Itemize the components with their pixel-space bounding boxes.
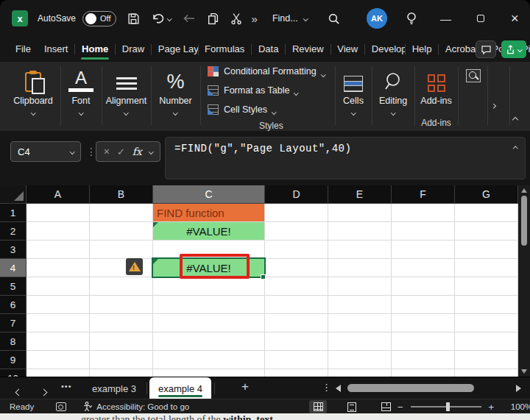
row-header-8[interactable]: 8 [0,332,26,351]
conditional-formatting-button[interactable]: Conditional Formatting [208,65,325,78]
tab-draw[interactable]: Draw [116,37,151,62]
macro-record-icon[interactable] [56,402,66,411]
tab-file[interactable]: File [9,37,38,62]
minimize-button[interactable]: — [440,0,451,37]
zoom-slider-thumb[interactable] [446,402,450,411]
cell-G8[interactable] [455,332,518,351]
cell-B1[interactable] [90,204,153,222]
fill-handle[interactable] [261,274,266,280]
row-header-10[interactable]: 10 [0,369,26,377]
cell-E4[interactable] [328,259,392,277]
cell-C10[interactable] [153,369,265,377]
scroll-up-icon[interactable] [521,188,527,193]
cell-E1[interactable] [328,204,392,222]
row-header-1[interactable]: 1 [0,204,26,222]
cell-B4[interactable] [90,259,153,277]
find-dropdown[interactable]: Find... [272,13,307,24]
cell-B9[interactable] [90,351,153,369]
search-button[interactable] [327,0,341,37]
scroll-left-icon[interactable] [336,385,341,392]
cell-F8[interactable] [392,332,455,351]
tab-formulas[interactable]: Formulas [198,37,251,62]
page-layout-view-button[interactable] [343,400,361,413]
zoom-level[interactable]: 100% [503,402,530,411]
cell-E3[interactable] [328,241,392,259]
column-header-A[interactable]: A [26,185,90,204]
autosave-toggle[interactable]: Off [82,11,116,26]
tab-data[interactable]: Data [252,37,285,62]
cell-F9[interactable] [392,351,455,369]
cell-A6[interactable] [26,296,90,314]
accessibility-status[interactable]: Accessibility: Good to go [96,402,189,411]
vertical-scroll-thumb[interactable] [521,196,527,246]
undo-icon[interactable] [151,12,164,25]
undo-chevron-icon[interactable] [167,16,172,21]
row-header-9[interactable]: 9 [0,351,26,369]
column-header-B[interactable]: B [90,185,153,204]
copy-icon[interactable] [207,13,219,25]
vertical-scrollbar[interactable] [518,185,530,377]
cell-B6[interactable] [90,296,153,314]
column-header-C[interactable]: C [153,185,265,204]
cell-G4[interactable] [455,259,518,277]
sheet-tab-example3[interactable]: example 3 [83,377,145,399]
column-header-F[interactable]: F [392,185,455,204]
cell-E9[interactable] [328,351,392,369]
cell-D3[interactable] [265,241,328,259]
column-header-E[interactable]: E [328,185,392,204]
expand-formula-bar-icon[interactable] [513,146,517,151]
format-as-table-button[interactable]: Format as Table [208,85,298,97]
zoom-out-button[interactable]: − [398,402,403,413]
row-header-7[interactable]: 7 [0,314,26,332]
tab-page-layout[interactable]: Page Layout [152,37,198,62]
cell-C8[interactable] [153,332,265,351]
tab-developer[interactable]: Developer [365,37,405,62]
cut-icon[interactable] [230,13,242,25]
zoom-slider[interactable] [411,406,481,407]
row-header-4[interactable]: 4 [0,259,26,277]
account-avatar[interactable]: AK [367,0,387,37]
cell-A9[interactable] [26,351,90,369]
sheet-options-button[interactable]: ⋮ [322,382,331,393]
collapse-ribbon-icon[interactable] [512,117,518,123]
editing-group[interactable]: Editing [372,62,414,131]
select-all-corner[interactable] [0,185,26,204]
cell-C7[interactable] [153,314,265,332]
row-header-6[interactable]: 6 [0,296,26,314]
cell-D7[interactable] [265,314,328,332]
cell-A4[interactable] [26,259,90,277]
cell-D10[interactable] [265,369,328,377]
cell-G3[interactable] [455,241,518,259]
tab-insert[interactable]: Insert [38,37,75,62]
cell-A3[interactable] [26,241,90,259]
cell-B3[interactable] [90,241,153,259]
cell-C5[interactable] [153,277,265,296]
tab-home[interactable]: Home [75,37,115,62]
cell-C4[interactable]: #VALUE! [153,259,265,277]
comments-button[interactable] [476,40,496,58]
cell-F1[interactable] [392,204,455,222]
cell-E7[interactable] [328,314,392,332]
column-header-G[interactable]: G [455,185,518,204]
save-icon[interactable] [127,13,140,25]
cell-A1[interactable] [26,204,90,222]
cell-C1[interactable]: FIND function [153,204,265,222]
cell-D6[interactable] [265,296,328,314]
cell-F6[interactable] [392,296,455,314]
formula-input[interactable]: =FIND("g","Page Layout",40) [165,137,526,179]
sheet-list-button[interactable]: ••• [61,382,72,391]
cell-C3[interactable] [153,241,265,259]
cell-B7[interactable] [90,314,153,332]
cell-E2[interactable] [328,222,392,241]
cell-F7[interactable] [392,314,455,332]
cell-C6[interactable] [153,296,265,314]
cell-G1[interactable] [455,204,518,222]
cell-A5[interactable] [26,277,90,296]
cell-F3[interactable] [392,241,455,259]
quick-access-overflow[interactable]: » [252,13,256,25]
cell-E5[interactable] [328,277,392,296]
share-button[interactable] [501,40,526,58]
cell-G5[interactable] [455,277,518,296]
cell-A10[interactable] [26,369,90,377]
row-header-3[interactable]: 3 [0,241,26,259]
